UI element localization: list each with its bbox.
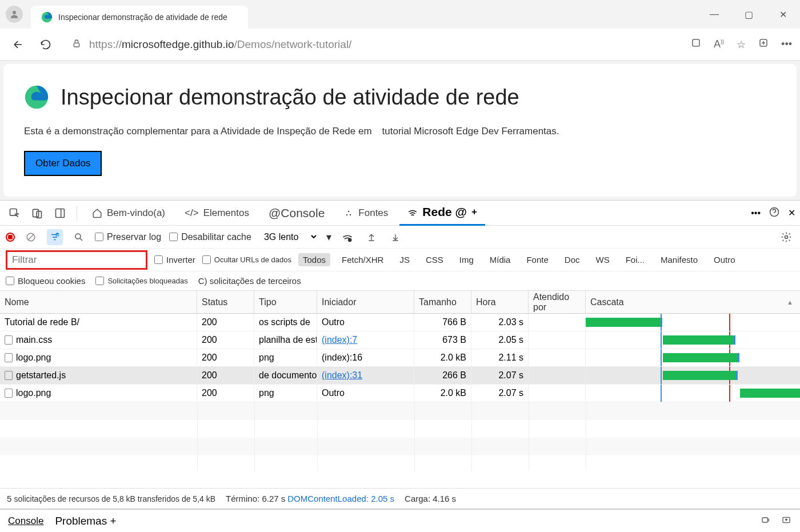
drawer-problems-tab[interactable]: Problemas + xyxy=(55,515,116,527)
search-icon[interactable] xyxy=(71,229,87,245)
cell-served xyxy=(529,349,586,366)
filter-css[interactable]: CSS xyxy=(421,253,448,266)
cell-initiator: (index):7 xyxy=(317,331,414,349)
initiator-link[interactable]: (index):31 xyxy=(322,370,362,381)
devtools-close-icon[interactable]: ✕ xyxy=(788,207,795,218)
cell-name: Tutorial de rede B/ xyxy=(0,314,197,331)
cell-waterfall xyxy=(586,385,800,402)
devtools-more-icon[interactable]: ••• xyxy=(751,208,761,218)
invert-checkbox[interactable]: Inverter xyxy=(154,255,195,265)
devtools-panel: Bem-vindo(a) </>Elementos @Console ⛬Font… xyxy=(0,200,800,532)
device-toggle-icon[interactable] xyxy=(27,203,47,223)
drawer-icon-1[interactable] xyxy=(760,515,771,527)
col-status[interactable]: Status xyxy=(197,291,254,313)
tab-network[interactable]: Rede @+ xyxy=(399,201,485,226)
filter-input[interactable] xyxy=(6,250,147,270)
table-row[interactable]: logo.png 200 png (index):16 2.0 kB 2.11 … xyxy=(0,349,800,367)
third-party-label: C) solicitações de terceiros xyxy=(198,276,301,286)
refresh-button[interactable] xyxy=(35,34,56,55)
record-button[interactable] xyxy=(6,233,15,242)
throttle-select[interactable]: 3G lento xyxy=(259,230,318,243)
table-row[interactable]: logo.png 200 png Outro 2.0 kB 2.07 s xyxy=(0,385,800,402)
cell-size: 766 B xyxy=(414,314,471,331)
window-maximize[interactable]: ▢ xyxy=(737,6,760,23)
import-har-icon[interactable] xyxy=(363,229,379,245)
sort-icon: ▲ xyxy=(787,299,793,306)
filter-img[interactable]: Img xyxy=(455,253,478,266)
table-row[interactable]: Tutorial de rede B/ 200 os scripts de Ou… xyxy=(0,314,800,331)
filter-font[interactable]: Fonte xyxy=(522,253,553,266)
cell-waterfall xyxy=(586,314,800,331)
cell-served xyxy=(529,385,586,402)
cell-name: getstarted.js xyxy=(0,367,197,384)
col-initiator[interactable]: Iniciador xyxy=(317,291,414,313)
filter-doc[interactable]: Doc xyxy=(560,253,585,266)
window-minimize[interactable]: — xyxy=(703,6,726,23)
cell-status: 200 xyxy=(197,367,254,384)
filter-toggle-icon[interactable] xyxy=(47,229,63,245)
col-type[interactable]: Tipo xyxy=(254,291,317,313)
cell-status: 200 xyxy=(197,331,254,349)
page-description: Esta é a demonstração complementar para … xyxy=(24,126,776,137)
settings-gear-icon[interactable] xyxy=(778,229,794,245)
tab-welcome[interactable]: Bem-vindo(a) xyxy=(84,201,173,226)
clear-icon[interactable] xyxy=(23,229,39,245)
file-icon xyxy=(5,371,13,380)
filter-wasm[interactable]: Foi... xyxy=(621,253,649,266)
blocked-cookies-checkbox[interactable]: Bloqueou cookies xyxy=(6,276,85,286)
page-title: Inspecionar demonstração de atividade de… xyxy=(61,85,519,110)
browser-tab[interactable]: Inspecionar demonstração de atividade de… xyxy=(31,6,248,29)
filter-manifest[interactable]: Manifesto xyxy=(656,253,702,266)
initiator-link[interactable]: (index):7 xyxy=(322,335,357,345)
filter-media[interactable]: Mídia xyxy=(485,253,515,266)
col-served[interactable]: Atendido por xyxy=(529,291,586,313)
table-row[interactable]: getstarted.js 200 de documento (index):3… xyxy=(0,367,800,385)
address-bar[interactable]: https://microsoftedge.github.io/Demos/ne… xyxy=(63,38,566,51)
tab-console[interactable]: @Console xyxy=(261,201,333,226)
window-close[interactable]: ✕ xyxy=(771,6,794,23)
devtools-help-icon[interactable] xyxy=(769,206,780,220)
filter-fetch[interactable]: Fetch/XHR xyxy=(337,253,388,266)
tab-sources[interactable]: ⛬Fontes xyxy=(336,201,396,226)
cell-initiator: Outro xyxy=(317,314,414,331)
page-body: Inspecionar demonstração de atividade de… xyxy=(3,64,797,197)
svg-point-14 xyxy=(349,238,351,241)
col-waterfall[interactable]: Cascata▲ xyxy=(586,291,800,313)
more-icon[interactable]: ••• xyxy=(781,38,792,50)
cell-name: main.css xyxy=(0,331,197,349)
cell-status: 200 xyxy=(197,314,254,331)
collections-icon[interactable] xyxy=(758,38,769,51)
filter-all[interactable]: Todos xyxy=(298,253,330,266)
disable-cache-checkbox[interactable]: Desabilitar cache xyxy=(169,232,251,242)
preserve-log-checkbox[interactable]: Preservar log xyxy=(95,232,161,242)
get-data-button[interactable]: Obter Dados xyxy=(24,151,102,176)
filter-js[interactable]: JS xyxy=(395,253,414,266)
inspect-icon[interactable] xyxy=(5,203,24,223)
export-har-icon[interactable] xyxy=(387,229,403,245)
col-size[interactable]: Tamanho xyxy=(414,291,471,313)
svg-rect-16 xyxy=(762,518,767,522)
dock-icon[interactable] xyxy=(50,203,70,223)
edge-logo-icon xyxy=(41,11,53,23)
cell-name: logo.png xyxy=(0,385,197,402)
blocked-requests-checkbox[interactable]: Solicitações bloqueadas xyxy=(95,277,187,285)
read-aloud-icon[interactable]: A)) xyxy=(714,38,724,50)
filter-other[interactable]: Outro xyxy=(709,253,740,266)
favorite-icon[interactable]: ☆ xyxy=(737,38,746,51)
profile-avatar[interactable] xyxy=(6,6,23,23)
network-conditions-icon[interactable] xyxy=(339,229,355,245)
cell-waterfall xyxy=(586,331,800,349)
col-time[interactable]: Hora xyxy=(471,291,529,313)
filter-ws[interactable]: WS xyxy=(591,253,614,266)
drawer-icon-2[interactable] xyxy=(781,515,792,527)
cell-type: png xyxy=(254,385,317,402)
drawer-console-tab[interactable]: Console xyxy=(8,515,43,527)
svg-point-0 xyxy=(13,11,16,14)
cell-time: 2.07 s xyxy=(471,367,529,384)
table-row[interactable]: main.css 200 planilha de est (index):7 6… xyxy=(0,331,800,349)
app-icon[interactable] xyxy=(691,38,701,51)
hide-data-urls-checkbox[interactable]: Ocultar URLs de dados xyxy=(202,255,291,264)
back-button[interactable] xyxy=(8,34,29,55)
col-name[interactable]: Nome xyxy=(0,291,197,313)
tab-elements[interactable]: </>Elementos xyxy=(177,201,257,226)
